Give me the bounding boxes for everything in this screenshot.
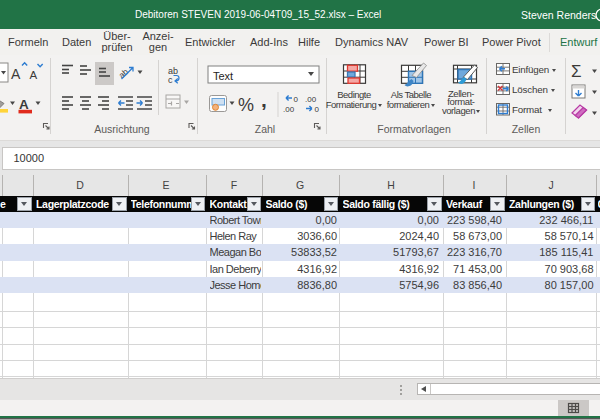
svg-text:A: A [19,97,29,112]
svg-text:.00: .00 [305,95,317,104]
svg-text:0: 0 [315,105,320,114]
svg-text:ab: ab [117,66,131,80]
svg-text:%: % [238,95,254,115]
svg-text:A: A [11,66,21,82]
svg-text:.00: .00 [283,105,295,114]
svg-text:c: c [168,75,173,85]
svg-text:Σ: Σ [571,62,582,81]
svg-text:,: , [261,88,267,111]
svg-text:0: 0 [294,95,299,104]
svg-text:A: A [30,69,38,81]
